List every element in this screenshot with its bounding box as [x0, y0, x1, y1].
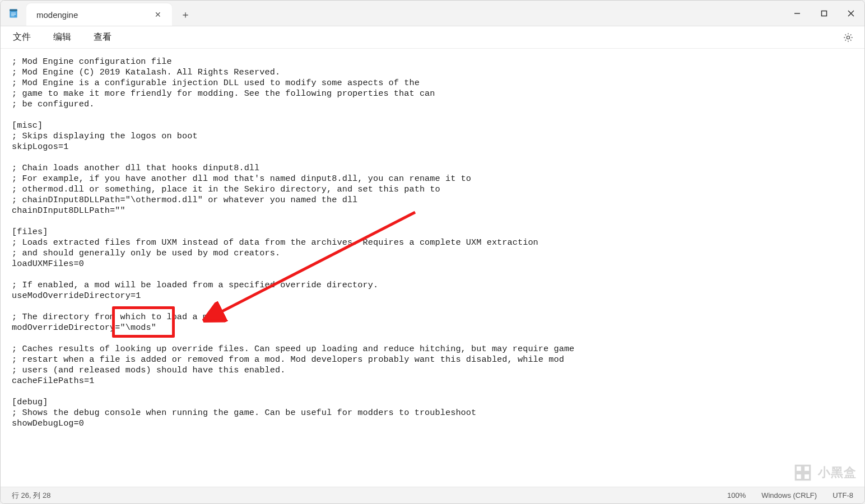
notepad-window: modengine ✕ ＋ 文件 编辑 查看 [0, 0, 865, 504]
status-encoding[interactable]: UTF-8 [833, 491, 853, 500]
gear-icon[interactable] [840, 29, 857, 46]
editor-text[interactable]: ; Mod Engine configuration file ; Mod En… [12, 57, 853, 429]
status-cursor: 行 26, 列 28 [12, 491, 50, 501]
maximize-button[interactable] [811, 1, 838, 26]
menu-bar: 文件 编辑 查看 [1, 26, 864, 49]
tab-strip: modengine ✕ ＋ [26, 1, 784, 26]
close-window-button[interactable] [838, 1, 864, 26]
status-line-ending[interactable]: Windows (CRLF) [761, 491, 817, 500]
tab-modengine[interactable]: modengine ✕ [26, 3, 172, 26]
menu-view[interactable]: 查看 [89, 29, 116, 45]
svg-rect-6 [822, 11, 827, 16]
window-controls [784, 1, 864, 26]
editor-area[interactable]: ; Mod Engine configuration file ; Mod En… [1, 49, 864, 487]
status-zoom[interactable]: 100% [727, 491, 746, 500]
titlebar: modengine ✕ ＋ [1, 1, 864, 26]
svg-rect-1 [10, 9, 17, 11]
status-bar: 行 26, 列 28 100% Windows (CRLF) UTF-8 [1, 487, 864, 503]
minimize-button[interactable] [784, 1, 811, 26]
app-icon [1, 1, 26, 26]
tab-title: modengine [36, 10, 146, 20]
new-tab-button[interactable]: ＋ [174, 3, 197, 26]
menu-edit[interactable]: 编辑 [49, 29, 76, 45]
menu-file[interactable]: 文件 [8, 29, 35, 45]
close-tab-icon[interactable]: ✕ [152, 8, 164, 21]
svg-point-9 [847, 36, 849, 39]
